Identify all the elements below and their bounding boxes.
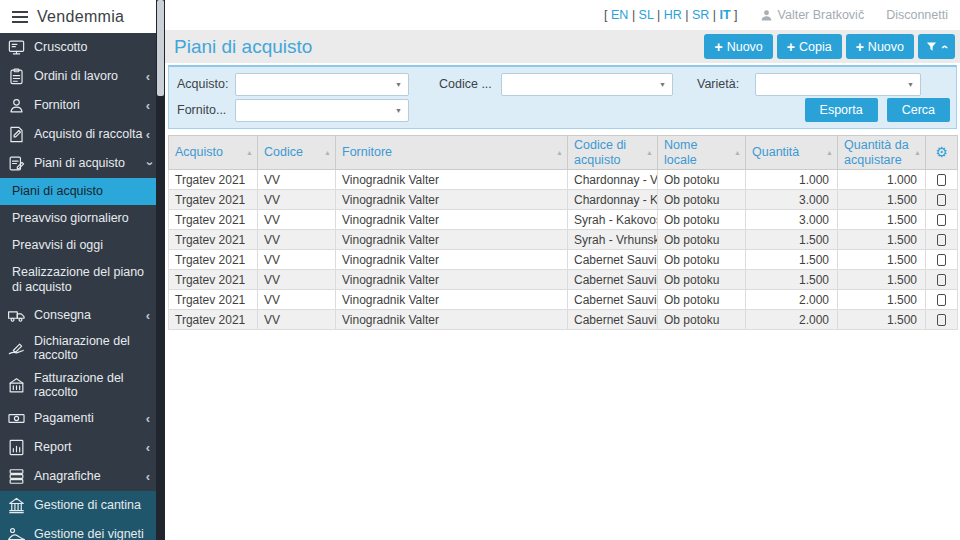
cell-quantit: 2.000 — [746, 290, 838, 310]
submenu-item-piani-di-acquisto[interactable]: Piani di acquisto — [0, 178, 156, 205]
varieta-select[interactable]: ▼ — [755, 73, 921, 96]
cell-quantit-da-acquistare: 1.500 — [838, 230, 926, 250]
language-link-sr[interactable]: SR — [692, 8, 709, 22]
export-button[interactable]: Esporta — [805, 98, 878, 122]
table-row[interactable]: Trgatev 2021VVVinogradnik ValterChardonn… — [169, 190, 958, 210]
cell-codice-di-acquisto: Cabernet Sauvig... — [568, 290, 658, 310]
cell-codice: VV — [258, 270, 336, 290]
language-link-en[interactable]: EN — [611, 8, 628, 22]
table-row[interactable]: Trgatev 2021VVVinogradnik ValterCabernet… — [169, 270, 958, 290]
cell-nome-locale: Ob potoku — [658, 190, 746, 210]
sidebar-item-ordini-di-lavoro[interactable]: Ordini di lavoro‹ — [0, 62, 156, 91]
codice-select[interactable]: ▼ — [501, 73, 673, 96]
language-switcher: [ EN | SL | HR | SR | IT ] — [604, 8, 737, 22]
column-header-fornitore[interactable]: Fornitore▲ — [336, 136, 568, 170]
sidebar-item-consegna[interactable]: Consegna‹ — [0, 301, 156, 330]
submenu-item-preavvisi-di-oggi[interactable]: Preavvisi di oggi — [0, 232, 156, 259]
sort-arrow-icon: ▲ — [646, 148, 653, 156]
sidebar-item-dichiarazione-del-raccolto[interactable]: Dichiarazione del raccolto — [0, 330, 156, 367]
cell-fornitore: Vinogradnik Valter — [336, 250, 568, 270]
sidebar-item-label: Gestione dei vigneti — [34, 527, 150, 540]
cell-quantit-da-acquistare: 1.000 — [838, 170, 926, 190]
cell-quantit-da-acquistare: 1.500 — [838, 210, 926, 230]
user-info[interactable]: Valter Bratkovič — [760, 8, 865, 22]
sidebar-nav: CruscottoOrdini di lavoro‹Fornitori‹Acqu… — [0, 33, 156, 540]
column-header-quantit[interactable]: Quantità▲ — [746, 136, 838, 170]
column-header-quantit-da-acquistare[interactable]: Quantità da acquistare▲ — [838, 136, 926, 170]
cell-acquisto: Trgatev 2021 — [169, 230, 258, 250]
logout-link[interactable]: Disconnetti — [886, 8, 948, 22]
table-row[interactable]: Trgatev 2021VVVinogradnik ValterCabernet… — [169, 250, 958, 270]
sidebar-item-fatturazione-del-raccolto[interactable]: Fatturazione del raccolto — [0, 367, 156, 404]
sidebar-scrollbar[interactable] — [156, 0, 165, 540]
acquisto-select[interactable]: ▼ — [235, 73, 409, 96]
menu-toggle-icon[interactable] — [12, 11, 28, 23]
page-title: Piani di acquisto — [174, 36, 312, 58]
row-checkbox[interactable] — [937, 254, 946, 266]
sidebar-item-pagamenti[interactable]: Pagamenti‹ — [0, 404, 156, 433]
filter-toggle-button[interactable]: ‹ — [918, 34, 955, 59]
sidebar-scrollbar-thumb[interactable] — [157, 0, 164, 96]
submenu-item-realizzazione-del-piano-di-acquisto[interactable]: Realizzazione del piano di acquisto — [0, 259, 156, 301]
sidebar-item-label: Fatturazione del raccolto — [34, 371, 150, 400]
harvest-declaration-icon — [4, 338, 28, 358]
row-checkbox[interactable] — [937, 194, 946, 206]
sidebar-item-fornitori[interactable]: Fornitori‹ — [0, 91, 156, 120]
cell-checkbox — [926, 210, 958, 230]
cell-fornitore: Vinogradnik Valter — [336, 270, 568, 290]
cell-quantit-da-acquistare: 1.500 — [838, 290, 926, 310]
language-link-it[interactable]: IT — [719, 8, 730, 22]
language-link-hr[interactable]: HR — [664, 8, 682, 22]
harvest-invoicing-icon — [4, 375, 28, 395]
column-header-nome-locale[interactable]: Nome locale▲ — [658, 136, 746, 170]
sort-arrow-icon: ▲ — [324, 148, 331, 156]
row-checkbox[interactable] — [937, 174, 946, 186]
column-settings-header[interactable]: ⚙ — [926, 136, 958, 170]
sidebar-item-gestione-di-cantina[interactable]: Gestione di cantina — [0, 491, 156, 520]
vineyard-icon — [4, 524, 28, 540]
table-row[interactable]: Trgatev 2021VVVinogradnik ValterCabernet… — [169, 290, 958, 310]
row-checkbox[interactable] — [937, 214, 946, 226]
chevron-left-icon: ‹ — [146, 128, 150, 141]
column-header-codice-di-acquisto[interactable]: Codice di acquisto▲ — [568, 136, 658, 170]
column-header-label: Nome locale — [664, 138, 697, 166]
copy-button[interactable]: +Copia — [777, 34, 842, 59]
sidebar-item-report[interactable]: Report‹ — [0, 433, 156, 462]
sidebar-item-acquisto-di-raccolta[interactable]: Acquisto di raccolta‹ — [0, 120, 156, 149]
sidebar-item-cruscotto[interactable]: Cruscotto — [0, 33, 156, 62]
sidebar-item-piani-di-acquisto[interactable]: Piani di acquisto‹ — [0, 149, 156, 178]
purchase-plans-icon — [4, 154, 28, 174]
cell-codice: VV — [258, 290, 336, 310]
cell-quantit: 1.500 — [746, 270, 838, 290]
filter-panel: Acquisto: ▼ Codice ... ▼ Varietà: ▼ Forn… — [168, 65, 957, 129]
main-area: [ EN | SL | HR | SR | IT ] Valter Bratko… — [165, 0, 960, 540]
table-row[interactable]: Trgatev 2021VVVinogradnik ValterSyrah - … — [169, 230, 958, 250]
row-checkbox[interactable] — [937, 274, 946, 286]
cell-codice: VV — [258, 230, 336, 250]
sidebar-item-label: Pagamenti — [34, 411, 146, 425]
table-row[interactable]: Trgatev 2021VVVinogradnik ValterCabernet… — [169, 310, 958, 330]
sidebar-item-gestione-dei-vigneti[interactable]: Gestione dei vigneti — [0, 520, 156, 540]
chevron-left-icon: ‹ — [146, 441, 150, 454]
cell-checkbox — [926, 290, 958, 310]
row-checkbox[interactable] — [937, 234, 946, 246]
column-header-acquisto[interactable]: Acquisto▲ — [169, 136, 258, 170]
table-row[interactable]: Trgatev 2021VVVinogradnik ValterChardonn… — [169, 170, 958, 190]
app-window: Vendemmia CruscottoOrdini di lavoro‹Forn… — [0, 0, 960, 540]
column-header-codice[interactable]: Codice▲ — [258, 136, 336, 170]
gear-icon[interactable]: ⚙ — [935, 144, 948, 160]
table-row[interactable]: Trgatev 2021VVVinogradnik ValterSyrah - … — [169, 210, 958, 230]
new-button[interactable]: +Nuovo — [704, 34, 772, 59]
cell-acquisto: Trgatev 2021 — [169, 310, 258, 330]
submenu-item-preavviso-giornaliero[interactable]: Preavviso giornaliero — [0, 205, 156, 232]
new-button-2[interactable]: +Nuovo — [846, 34, 914, 59]
sidebar-item-label: Fornitori — [34, 98, 146, 112]
codice-label: Codice ... — [439, 77, 501, 91]
fornitore-select[interactable]: ▼ — [235, 99, 409, 122]
language-link-sl[interactable]: SL — [639, 8, 654, 22]
cell-nome-locale: Ob potoku — [658, 170, 746, 190]
search-button[interactable]: Cerca — [887, 98, 950, 122]
row-checkbox[interactable] — [937, 294, 946, 306]
row-checkbox[interactable] — [937, 314, 946, 326]
sidebar-item-anagrafiche[interactable]: Anagrafiche‹ — [0, 462, 156, 491]
